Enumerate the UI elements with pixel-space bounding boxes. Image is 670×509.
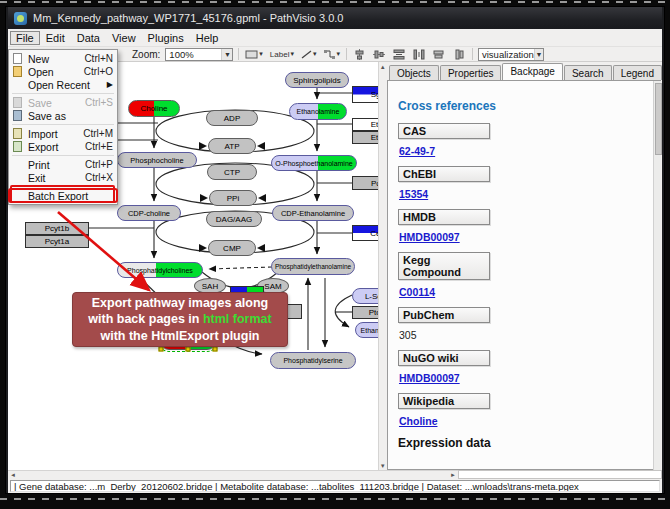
same-width-icon — [433, 49, 445, 59]
pathway-node-phosphatidylserine[interactable]: Phosphatidylserine — [270, 352, 356, 369]
pathway-node-phosphatidylethanolamine[interactable]: Phosphatidylethanolamine — [271, 258, 355, 275]
pathway-node-sphingolipids[interactable]: Sphingolipids — [285, 72, 349, 88]
tab-search[interactable]: Search — [564, 65, 612, 80]
pathway-node-l-serine[interactable]: L-Serine — [352, 288, 378, 304]
save-icon — [11, 97, 24, 108]
xref-section-value: 15354 — [399, 188, 650, 200]
pathway-node-sgpl1[interactable]: Sgpl1 — [352, 86, 378, 103]
visualization-combo[interactable]: visualization ▼ — [478, 48, 544, 61]
menu-item-save-as[interactable]: Save as — [9, 109, 117, 122]
zoom-combo[interactable]: 100% ▼ — [165, 48, 233, 61]
menu-item-print[interactable]: PrintCtrl+P — [9, 158, 117, 171]
xref-section-title: PubChem — [398, 307, 490, 323]
tab-objects[interactable]: Objects — [389, 65, 439, 80]
pathway-node-ppi[interactable]: PPi — [209, 190, 257, 206]
pathway-node-etnk2[interactable]: Etnk2 — [352, 131, 378, 144]
scroll-right-icon[interactable]: ► — [450, 472, 456, 478]
menu-item-save[interactable]: SaveCtrl+S — [9, 96, 117, 109]
menubar-item-file[interactable]: File — [10, 31, 40, 45]
pathway-node-pcyt1b[interactable]: Pcyt1b — [25, 222, 89, 235]
xref-link-c00114[interactable]: C00114 — [399, 286, 435, 298]
menubar-item-view[interactable]: View — [106, 31, 142, 45]
label-tool-text: Label — [270, 50, 290, 59]
pathway-node-pcyt1a[interactable]: Pcyt1a — [25, 235, 89, 248]
line-tool-button[interactable]: ▾ — [300, 48, 318, 61]
menu-item-open[interactable]: OpenCtrl+O — [9, 65, 117, 78]
menu-item-export[interactable]: ExportCtrl+E — [9, 140, 117, 153]
side-panel: ObjectsPropertiesBackpageSearchLegend Cr… — [386, 62, 662, 470]
same-width-button[interactable] — [432, 48, 447, 61]
pathway-node-etnk1[interactable]: Etnk1 — [352, 118, 378, 131]
chevron-down-icon[interactable]: ▼ — [221, 49, 232, 60]
xref-link-15354[interactable]: 15354 — [399, 188, 428, 200]
pathway-node-adp[interactable]: ADP — [206, 110, 258, 126]
pathway-node-ethanolamine-top[interactable]: Ethanolamine — [289, 103, 347, 120]
align-center-button[interactable] — [352, 48, 367, 61]
xref-link-choline[interactable]: Choline — [399, 415, 438, 427]
menubar-item-plugins[interactable]: Plugins — [142, 31, 190, 45]
selection-handle[interactable] — [159, 347, 164, 352]
chevron-down-icon[interactable]: ▼ — [534, 49, 543, 60]
xref-plain-value: 305 — [399, 329, 417, 341]
panel-scrollbar[interactable] — [653, 81, 661, 470]
label-tool-button[interactable]: Label▾ — [269, 48, 295, 61]
pathway-node-cdp-choline[interactable]: CDP-choline — [117, 205, 181, 221]
xref-section-value: C00114 — [399, 286, 650, 298]
menu-item-label: Open Recent — [28, 79, 101, 91]
pathway-node-ptdss2[interactable]: Ptdss2 — [352, 306, 378, 319]
align-middle-button[interactable] — [372, 48, 387, 61]
menubar-item-help[interactable]: Help — [190, 31, 225, 45]
xref-link-hmdb00097[interactable]: HMDB00097 — [399, 372, 460, 384]
pathway-node-cdp-ethanolamine[interactable]: CDP-Ethanolamine — [272, 205, 354, 221]
toolbar-separator — [238, 48, 239, 60]
title-bar[interactable]: Mm_Kennedy_pathway_WP1771_45176.gpml - P… — [8, 7, 662, 29]
xref-section-chebi: ChEBI15354 — [398, 166, 650, 200]
pathway-node-choline-top[interactable]: Choline — [128, 100, 180, 117]
expression-data-heading: Expression data — [398, 436, 650, 450]
canvas-vertical-scrollbar[interactable]: ▲ ▼ — [378, 62, 386, 470]
menu-item-open-recent[interactable]: Open Recent▶ — [9, 78, 117, 91]
tab-properties[interactable]: Properties — [440, 65, 502, 80]
open-icon — [11, 66, 24, 77]
xref-link-hmdb00097[interactable]: HMDB00097 — [399, 231, 460, 243]
scroll-up-icon[interactable]: ▲ — [380, 62, 386, 71]
gene-icon — [245, 50, 258, 59]
pathway-node-ethanolamine-bottom[interactable]: Ethanolamine — [355, 322, 378, 338]
app-icon — [14, 12, 27, 25]
tab-legend[interactable]: Legend — [613, 65, 662, 80]
menu-item-shortcut: Ctrl+N — [84, 53, 113, 64]
pathway-node-cmp[interactable]: CMP — [208, 240, 256, 256]
pathway-node-ctp[interactable]: CTP — [207, 164, 257, 180]
canvas-horizontal-scrollbar[interactable]: ◄ ► — [8, 470, 458, 479]
menubar-item-data[interactable]: Data — [71, 31, 106, 45]
scroll-left-icon[interactable]: ◄ — [10, 472, 16, 478]
selection-handle[interactable] — [213, 347, 218, 352]
save-as-icon — [11, 110, 24, 121]
pathway-node-dag-aag[interactable]: DAG/AAG — [206, 211, 262, 227]
distribute-horizontal-button[interactable] — [412, 48, 427, 61]
menu-item-new[interactable]: NewCtrl+N — [9, 52, 117, 65]
connector-tool-button[interactable]: ▾ — [322, 48, 341, 61]
selection-handle[interactable] — [186, 347, 191, 352]
menubar-item-edit[interactable]: Edit — [40, 31, 71, 45]
connector-icon — [323, 49, 335, 59]
gene-tool-button[interactable]: ▾ — [244, 48, 264, 61]
menu-item-exit[interactable]: ExitCtrl+X — [9, 171, 117, 184]
same-height-button[interactable] — [452, 48, 467, 61]
pathway-node-phosphocholine[interactable]: Phosphocholine — [117, 152, 197, 168]
xref-section-title: HMDB — [398, 209, 490, 225]
pathway-node-o-phosphoethanolamine[interactable]: O-Phosphoethanolamine — [271, 155, 357, 171]
xref-link-62-49-7[interactable]: 62-49-7 — [399, 145, 435, 157]
pathway-node-cept1[interactable]: Cept1 — [352, 225, 378, 241]
side-panel-tabs: ObjectsPropertiesBackpageSearchLegend — [386, 62, 662, 80]
menu-item-import[interactable]: ImportCtrl+M — [9, 127, 117, 140]
distribute-vertical-button[interactable] — [392, 48, 407, 61]
toolbar-separator — [472, 48, 473, 60]
pathway-node-atp[interactable]: ATP — [208, 138, 256, 154]
pathway-node-phosphatidylcholines[interactable]: Phosphatidylcholines — [117, 262, 203, 278]
distribute-horizontal-icon — [413, 49, 425, 60]
tab-backpage[interactable]: Backpage — [502, 63, 562, 80]
pathway-node-pcyt2[interactable]: Pcyt2 — [352, 176, 378, 190]
new-icon — [11, 53, 24, 64]
scroll-down-icon[interactable]: ▼ — [380, 461, 386, 470]
